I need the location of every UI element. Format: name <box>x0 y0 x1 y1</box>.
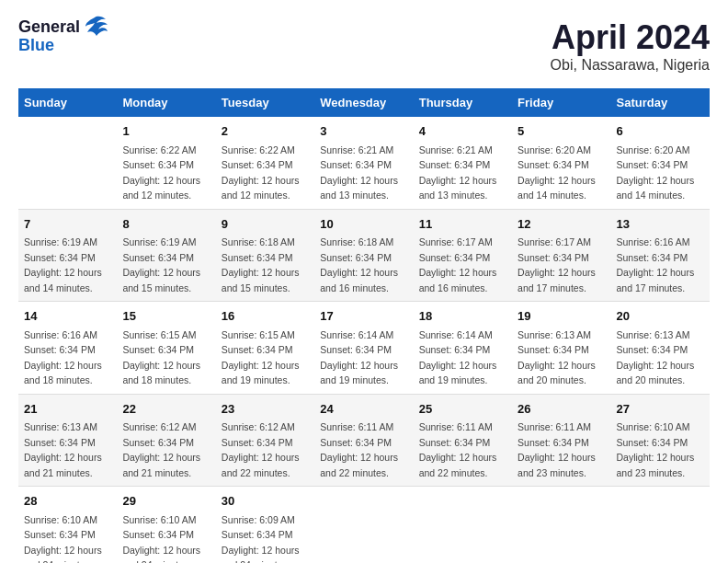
day-number: 13 <box>617 215 704 234</box>
day-info: Sunrise: 6:20 AM Sunset: 6:34 PM Dayligh… <box>617 144 695 201</box>
day-number: 30 <box>222 492 309 511</box>
day-info: Sunrise: 6:18 AM Sunset: 6:34 PM Dayligh… <box>222 236 300 293</box>
day-info: Sunrise: 6:13 AM Sunset: 6:34 PM Dayligh… <box>24 421 102 478</box>
calendar-cell: 27Sunrise: 6:10 AM Sunset: 6:34 PM Dayli… <box>611 394 710 487</box>
title-block: April 2024 Obi, Nassarawa, Nigeria <box>551 18 710 74</box>
day-number: 5 <box>518 122 605 141</box>
day-number: 9 <box>222 215 309 234</box>
calendar-cell: 4Sunrise: 6:21 AM Sunset: 6:34 PM Daylig… <box>414 117 512 209</box>
day-number: 4 <box>419 122 506 141</box>
day-number: 6 <box>617 122 704 141</box>
logo-bird-icon <box>82 16 108 36</box>
page-header: General Blue April 2024 Obi, Nassarawa, … <box>18 18 710 74</box>
day-number: 19 <box>518 307 605 326</box>
weekday-header-saturday: Saturday <box>611 88 710 117</box>
calendar-cell: 23Sunrise: 6:12 AM Sunset: 6:34 PM Dayli… <box>216 394 314 487</box>
day-number: 12 <box>518 215 605 234</box>
day-info: Sunrise: 6:17 AM Sunset: 6:34 PM Dayligh… <box>419 236 497 293</box>
day-number: 2 <box>222 122 309 141</box>
weekday-header-friday: Friday <box>512 88 610 117</box>
calendar-cell: 28Sunrise: 6:10 AM Sunset: 6:34 PM Dayli… <box>18 487 117 564</box>
day-number: 27 <box>617 400 704 419</box>
day-number: 26 <box>518 400 605 419</box>
calendar-cell: 15Sunrise: 6:15 AM Sunset: 6:34 PM Dayli… <box>117 302 215 395</box>
day-info: Sunrise: 6:10 AM Sunset: 6:34 PM Dayligh… <box>617 421 695 478</box>
day-info: Sunrise: 6:13 AM Sunset: 6:34 PM Dayligh… <box>518 329 596 386</box>
calendar-cell: 25Sunrise: 6:11 AM Sunset: 6:34 PM Dayli… <box>414 394 512 487</box>
day-number: 7 <box>24 215 111 234</box>
logo-text-blue: Blue <box>18 37 54 55</box>
day-number: 29 <box>122 492 210 511</box>
day-info: Sunrise: 6:09 AM Sunset: 6:34 PM Dayligh… <box>222 514 300 564</box>
day-info: Sunrise: 6:13 AM Sunset: 6:34 PM Dayligh… <box>617 329 695 386</box>
calendar-cell: 3Sunrise: 6:21 AM Sunset: 6:34 PM Daylig… <box>314 117 413 209</box>
calendar-cell: 6Sunrise: 6:20 AM Sunset: 6:34 PM Daylig… <box>611 117 710 209</box>
calendar-cell <box>18 117 117 209</box>
day-info: Sunrise: 6:12 AM Sunset: 6:34 PM Dayligh… <box>222 421 300 478</box>
subtitle: Obi, Nassarawa, Nigeria <box>551 57 710 74</box>
day-number: 24 <box>320 400 407 419</box>
calendar-cell: 10Sunrise: 6:18 AM Sunset: 6:34 PM Dayli… <box>314 209 413 302</box>
day-number: 25 <box>419 400 506 419</box>
day-info: Sunrise: 6:10 AM Sunset: 6:34 PM Dayligh… <box>122 514 200 564</box>
calendar-table: SundayMondayTuesdayWednesdayThursdayFrid… <box>18 88 710 563</box>
day-number: 16 <box>222 307 309 326</box>
day-number: 11 <box>419 215 506 234</box>
weekday-header-monday: Monday <box>117 88 215 117</box>
day-info: Sunrise: 6:21 AM Sunset: 6:34 PM Dayligh… <box>419 144 497 201</box>
calendar-cell: 18Sunrise: 6:14 AM Sunset: 6:34 PM Dayli… <box>414 302 512 395</box>
day-number: 21 <box>24 400 111 419</box>
calendar-cell: 9Sunrise: 6:18 AM Sunset: 6:34 PM Daylig… <box>216 209 314 302</box>
day-info: Sunrise: 6:17 AM Sunset: 6:34 PM Dayligh… <box>518 236 596 293</box>
calendar-cell: 21Sunrise: 6:13 AM Sunset: 6:34 PM Dayli… <box>18 394 117 487</box>
day-info: Sunrise: 6:16 AM Sunset: 6:34 PM Dayligh… <box>617 236 695 293</box>
calendar-cell: 16Sunrise: 6:15 AM Sunset: 6:34 PM Dayli… <box>216 302 314 395</box>
calendar-body: 1Sunrise: 6:22 AM Sunset: 6:34 PM Daylig… <box>18 117 710 563</box>
calendar-cell: 12Sunrise: 6:17 AM Sunset: 6:34 PM Dayli… <box>512 209 610 302</box>
calendar-cell: 22Sunrise: 6:12 AM Sunset: 6:34 PM Dayli… <box>117 394 215 487</box>
day-number: 15 <box>122 307 210 326</box>
day-number: 8 <box>122 215 210 234</box>
day-number: 23 <box>222 400 309 419</box>
day-info: Sunrise: 6:15 AM Sunset: 6:34 PM Dayligh… <box>122 329 200 386</box>
calendar-cell: 5Sunrise: 6:20 AM Sunset: 6:34 PM Daylig… <box>512 117 610 209</box>
calendar-cell: 14Sunrise: 6:16 AM Sunset: 6:34 PM Dayli… <box>18 302 117 395</box>
day-number: 1 <box>122 122 210 141</box>
day-number: 28 <box>24 492 111 511</box>
day-info: Sunrise: 6:21 AM Sunset: 6:34 PM Dayligh… <box>320 144 398 201</box>
calendar-cell: 11Sunrise: 6:17 AM Sunset: 6:34 PM Dayli… <box>414 209 512 302</box>
day-info: Sunrise: 6:18 AM Sunset: 6:34 PM Dayligh… <box>320 236 398 293</box>
day-number: 20 <box>617 307 704 326</box>
day-number: 22 <box>122 400 210 419</box>
day-info: Sunrise: 6:14 AM Sunset: 6:34 PM Dayligh… <box>320 329 398 386</box>
calendar-cell: 29Sunrise: 6:10 AM Sunset: 6:34 PM Dayli… <box>117 487 215 564</box>
calendar-cell: 8Sunrise: 6:19 AM Sunset: 6:34 PM Daylig… <box>117 209 215 302</box>
day-number: 14 <box>24 307 111 326</box>
calendar-cell <box>314 487 413 564</box>
calendar-week-row: 1Sunrise: 6:22 AM Sunset: 6:34 PM Daylig… <box>18 117 710 209</box>
day-info: Sunrise: 6:19 AM Sunset: 6:34 PM Dayligh… <box>122 236 200 293</box>
day-number: 10 <box>320 215 407 234</box>
day-info: Sunrise: 6:20 AM Sunset: 6:34 PM Dayligh… <box>518 144 596 201</box>
calendar-week-row: 14Sunrise: 6:16 AM Sunset: 6:34 PM Dayli… <box>18 302 710 395</box>
day-info: Sunrise: 6:22 AM Sunset: 6:34 PM Dayligh… <box>222 144 300 201</box>
day-number: 3 <box>320 122 407 141</box>
day-info: Sunrise: 6:22 AM Sunset: 6:34 PM Dayligh… <box>122 144 200 201</box>
calendar-cell: 24Sunrise: 6:11 AM Sunset: 6:34 PM Dayli… <box>314 394 413 487</box>
day-info: Sunrise: 6:12 AM Sunset: 6:34 PM Dayligh… <box>122 421 200 478</box>
calendar-cell: 30Sunrise: 6:09 AM Sunset: 6:34 PM Dayli… <box>216 487 314 564</box>
day-number: 17 <box>320 307 407 326</box>
logo-text-general: General <box>18 18 80 37</box>
weekday-header-sunday: Sunday <box>18 88 117 117</box>
calendar-cell <box>414 487 512 564</box>
weekday-header-row: SundayMondayTuesdayWednesdayThursdayFrid… <box>18 88 710 117</box>
calendar-cell: 19Sunrise: 6:13 AM Sunset: 6:34 PM Dayli… <box>512 302 610 395</box>
calendar-week-row: 7Sunrise: 6:19 AM Sunset: 6:34 PM Daylig… <box>18 209 710 302</box>
weekday-header-tuesday: Tuesday <box>216 88 314 117</box>
weekday-header-wednesday: Wednesday <box>314 88 413 117</box>
calendar-cell: 2Sunrise: 6:22 AM Sunset: 6:34 PM Daylig… <box>216 117 314 209</box>
calendar-header: SundayMondayTuesdayWednesdayThursdayFrid… <box>18 88 710 117</box>
logo: General Blue <box>18 18 108 55</box>
calendar-week-row: 21Sunrise: 6:13 AM Sunset: 6:34 PM Dayli… <box>18 394 710 487</box>
day-info: Sunrise: 6:11 AM Sunset: 6:34 PM Dayligh… <box>320 421 398 478</box>
